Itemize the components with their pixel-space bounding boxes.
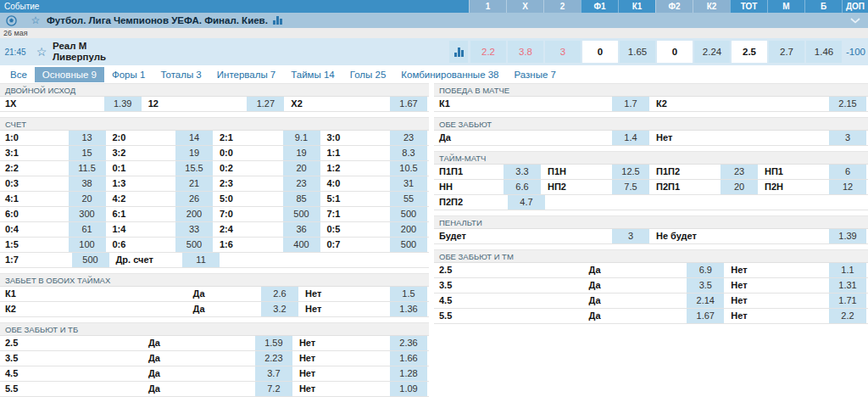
odds-value[interactable]: 200 [390,222,427,237]
odds-value[interactable]: 15.5 [175,161,213,176]
odds-value[interactable]: 19 [175,146,213,160]
match-odds-cell-4[interactable]: 0 [582,41,618,63]
match-odds-cell-9[interactable]: 2.7 [769,41,804,63]
odds-value[interactable]: 20 [283,161,320,176]
odds-value[interactable]: 14 [175,131,213,145]
odds-value[interactable]: 21 [175,176,213,191]
match-odds-cell-8[interactable]: 2.5 [732,41,767,63]
tab-Форы 1[interactable]: Форы 1 [104,67,153,82]
odds-value[interactable]: 500 [390,207,427,221]
odds-value[interactable]: 1.28 [390,366,427,381]
odds-value[interactable]: 3.5 [687,278,724,293]
match-odds-cell-6[interactable]: 0 [657,41,693,63]
odds-value[interactable]: 61 [69,222,106,237]
league-favorite-star-icon[interactable]: ☆ [25,13,47,28]
tab-Все[interactable]: Все [3,67,35,82]
odds-value[interactable]: 7.5 [612,180,649,194]
odds-value[interactable]: 10.5 [390,161,427,176]
match-odds-cell-7[interactable]: 2.24 [694,41,730,63]
odds-value[interactable]: 15 [69,146,106,160]
match-odds-cell-5[interactable]: 1.65 [620,41,655,63]
odds-value[interactable]: 8.3 [390,146,427,160]
odds-value[interactable]: 36 [283,222,320,237]
expand-chevron-icon[interactable] [850,18,860,24]
odds-value[interactable]: 31 [390,176,427,191]
odds-value[interactable]: 20 [69,192,106,206]
odds-value[interactable]: 3.3 [504,165,541,179]
odds-value[interactable]: 300 [69,207,106,221]
odds-value[interactable]: 20 [721,180,758,194]
odds-value[interactable]: 2.23 [255,351,292,366]
odds-value[interactable]: 11 [182,253,220,267]
match-favorite-star-icon[interactable]: ☆ [31,45,53,59]
odds-value[interactable]: 4.7 [508,195,545,210]
odds-value[interactable]: 2.36 [390,336,427,350]
odds-value[interactable]: 1.39 [104,97,142,111]
odds-value[interactable]: 1.27 [247,97,284,111]
odds-value[interactable]: 6.9 [687,263,724,277]
odds-value[interactable]: 1.7 [612,97,649,111]
odds-value[interactable]: 1.59 [255,336,292,350]
odds-value[interactable]: 13 [69,131,106,145]
tab-Интервалы 7[interactable]: Интервалы 7 [209,67,284,82]
odds-value[interactable]: 6 [829,165,866,179]
odds-value[interactable]: 1.67 [687,309,724,323]
match-odds-cell-3[interactable]: 3 [545,41,581,63]
match-odds-cell-2[interactable]: 3.8 [508,41,543,63]
odds-value[interactable]: 1.5 [390,287,427,301]
odds-value[interactable]: 500 [72,253,109,267]
odds-value[interactable]: 1.39 [829,229,866,243]
odds-value[interactable]: 1.66 [390,351,427,366]
odds-value[interactable]: 2.15 [829,97,866,111]
odds-value[interactable]: 500 [175,238,213,252]
odds-value[interactable]: 500 [283,207,320,221]
odds-value[interactable]: 1.1 [829,263,866,277]
odds-value[interactable]: 9.1 [283,131,320,145]
odds-value[interactable]: 2.2 [829,309,866,323]
match-odds-cell-10[interactable]: 1.46 [806,41,842,63]
odds-value[interactable]: 3.2 [261,302,298,316]
odds-value[interactable]: 33 [175,222,213,237]
odds-value[interactable]: 38 [69,176,106,191]
odds-value[interactable]: 1.4 [612,131,649,145]
match-odds-cell-11[interactable]: -100 [843,41,868,63]
odds-value[interactable]: 1.31 [829,278,866,293]
match-row[interactable]: 21:45 ☆ Реал М Ливерпуль 2.23.8301.6502.… [0,38,868,65]
match-odds-cell-1[interactable]: 2.2 [470,41,506,63]
odds-value[interactable]: 1.67 [390,97,427,111]
league-stats-icon[interactable] [273,16,282,25]
odds-value[interactable]: 12 [829,180,866,194]
odds-value[interactable]: 500 [390,238,427,252]
tab-Комбинированные 38[interactable]: Комбинированные 38 [393,67,506,82]
odds-value[interactable]: 3 [829,131,866,145]
match-teams[interactable]: Реал М Ливерпуль [53,41,449,63]
odds-value[interactable]: 1.36 [390,302,427,316]
odds-value[interactable]: 19 [283,146,320,160]
odds-value[interactable]: 7.2 [255,382,292,396]
odds-value[interactable]: 12.5 [612,165,649,179]
odds-value[interactable]: 100 [69,238,106,252]
odds-value[interactable]: 23 [721,165,758,179]
odds-value[interactable]: 6.6 [504,180,541,194]
odds-value[interactable]: 23 [390,131,427,145]
odds-value[interactable]: 23 [283,176,320,191]
tab-Голы 25[interactable]: Голы 25 [342,67,394,82]
odds-value[interactable]: 2.6 [261,287,298,301]
tab-Основные 9[interactable]: Основные 9 [35,67,104,82]
odds-value[interactable]: 3 [612,229,649,243]
odds-value[interactable]: 55 [390,192,427,206]
odds-value[interactable]: 3.7 [255,366,292,381]
odds-value[interactable]: 26 [175,192,213,206]
tab-Таймы 14[interactable]: Таймы 14 [283,67,342,82]
odds-value[interactable]: 11.5 [69,161,106,176]
tab-Разные 7[interactable]: Разные 7 [507,67,564,82]
odds-value[interactable]: 85 [283,192,320,206]
odds-value[interactable]: 1.09 [390,382,427,396]
odds-value[interactable]: 200 [175,207,213,221]
match-stats-icon[interactable] [449,41,468,63]
tab-Тоталы 3[interactable]: Тоталы 3 [153,67,209,82]
odds-value[interactable]: 400 [283,238,320,252]
odds-value[interactable]: 2.14 [687,294,724,308]
league-row[interactable]: ☆ Футбол. Лига Чемпионов УЕФА. Финал. Ки… [0,13,868,28]
odds-value[interactable]: 1.71 [829,294,866,308]
